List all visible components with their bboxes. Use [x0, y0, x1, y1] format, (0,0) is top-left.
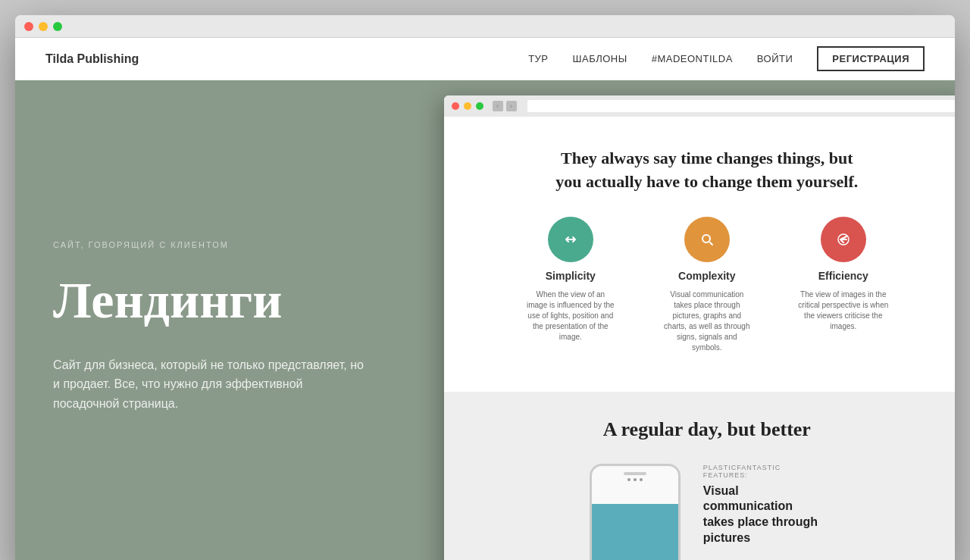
maximize-dot[interactable] [53, 22, 62, 31]
nav-templates[interactable]: ШАБЛОНЫ [573, 53, 627, 64]
url-bar[interactable] [527, 100, 955, 112]
nav-links: ТУР ШАБЛОНЫ #MADEONTILDA ВОЙТИ РЕГИСТРАЦ… [528, 46, 925, 71]
nav-madeontilda[interactable]: #MADEONTILDA [652, 53, 733, 64]
page-quote: They always say time changes things, but… [548, 147, 866, 194]
hero-description: Сайт для бизнеса, который не только пред… [53, 355, 371, 414]
browser-bar: ‹ › [444, 95, 955, 117]
section2-title: A regular day, but better [467, 418, 947, 441]
page-section-quote: They always say time changes things, but… [444, 117, 955, 392]
phone-dots [592, 478, 678, 481]
register-button[interactable]: РЕГИСТРАЦИЯ [817, 46, 925, 71]
main-content: САЙТ, ГОВОРЯЩИЙ С КЛИЕНТОМ Лендинги Сайт… [15, 80, 955, 560]
plastic-label: PLASTICFANTASTIC features: [703, 464, 824, 479]
page-section-2: A regular day, but better [444, 392, 955, 560]
feature-complexity: Complexity Visual communication takes pl… [662, 217, 753, 353]
browser-content: They always say time changes things, but… [444, 117, 955, 560]
left-panel: САЙТ, ГОВОРЯЩИЙ С КЛИЕНТОМ Лендинги Сайт… [15, 80, 466, 560]
minimize-dot[interactable] [39, 22, 48, 31]
phone-mockup [590, 464, 681, 560]
phone-dot-3 [640, 478, 643, 481]
efficiency-desc: The view of images in the critical persp… [798, 289, 889, 332]
complexity-label: Complexity [678, 270, 735, 282]
phone-notch [624, 472, 646, 475]
simplicity-icon [562, 230, 580, 249]
hero-heading: Лендинги [53, 272, 428, 329]
complexity-icon [698, 230, 716, 249]
brand-name: Tilda Publishing [45, 52, 528, 66]
app-window: Tilda Publishing ТУР ШАБЛОНЫ #MADEONTILD… [15, 15, 955, 560]
feature-simplicity: Simplicity When the view of an image is … [525, 217, 616, 353]
simplicity-label: Simplicity [546, 270, 596, 282]
simplicity-icon-circle [548, 217, 593, 262]
browser-mockup-panel: ‹ › They always say time changes things,… [444, 95, 955, 560]
b-maximize-dot [476, 102, 483, 110]
phone-dot-2 [634, 478, 637, 481]
phone-dot-1 [627, 478, 630, 481]
browser-nav: ‹ › [493, 101, 517, 111]
efficiency-icon-circle [821, 217, 866, 262]
b-minimize-dot [464, 102, 471, 110]
forward-arrow: › [506, 101, 517, 111]
complexity-icon-circle [684, 217, 730, 262]
b-close-dot [452, 102, 459, 110]
feature-efficiency: Efficiency The view of images in the cri… [798, 217, 889, 353]
hero-subtitle: САЙТ, ГОВОРЯЩИЙ С КЛИЕНТОМ [53, 240, 428, 249]
back-arrow: ‹ [493, 101, 503, 111]
nav-login[interactable]: ВОЙТИ [757, 53, 793, 64]
svg-point-0 [702, 235, 710, 242]
nav-tour[interactable]: ТУР [528, 53, 548, 64]
browser-mockup: ‹ › They always say time changes things,… [444, 95, 955, 560]
close-dot[interactable] [24, 22, 33, 31]
phone-text-block: PLASTICFANTASTIC features: Visual commun… [703, 464, 824, 546]
complexity-desc: Visual communication takes place through… [662, 289, 753, 353]
features-row: Simplicity When the view of an image is … [467, 217, 947, 353]
plastic-title: Visual communication takes place through… [703, 483, 824, 546]
simplicity-desc: When the view of an image is influenced … [525, 289, 616, 343]
efficiency-icon [834, 230, 853, 249]
titlebar [15, 15, 955, 38]
navbar: Tilda Publishing ТУР ШАБЛОНЫ #MADEONTILD… [15, 38, 955, 80]
phone-area: PLASTICFANTASTIC features: Visual commun… [467, 456, 947, 560]
phone-screen [592, 504, 678, 560]
efficiency-label: Efficiency [818, 270, 868, 282]
